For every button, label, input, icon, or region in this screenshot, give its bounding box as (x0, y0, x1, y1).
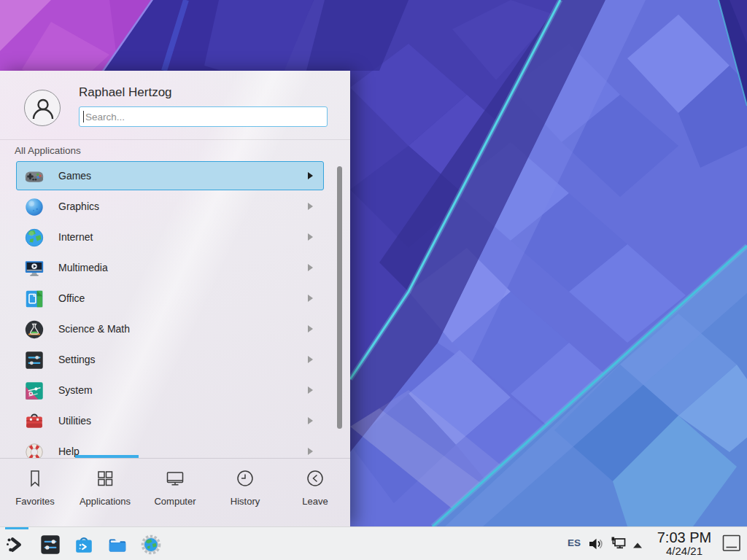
file-manager-button[interactable] (104, 532, 131, 558)
konqueror-globe-icon (140, 534, 162, 556)
category-row-games[interactable]: Games (16, 161, 324, 190)
text-cursor (83, 111, 84, 122)
category-label: Internet (58, 231, 93, 243)
taskbar-panel: ES 7:03 PM 4/24/21 (0, 526, 747, 560)
settings-icon (23, 349, 45, 371)
clock-time: 7:03 PM (651, 529, 717, 545)
submenu-arrow-icon (308, 448, 313, 455)
launcher-header: Raphael Hertzog (0, 71, 350, 140)
science-icon (23, 319, 45, 341)
category-label: Graphics (58, 201, 99, 212)
clock-date: 4/24/21 (651, 545, 717, 557)
list-scrollbar[interactable] (337, 166, 342, 429)
category-label: Settings (58, 354, 96, 365)
category-row-help[interactable]: Help (16, 437, 324, 458)
search-input[interactable] (79, 106, 328, 127)
category-row-science-math[interactable]: Science & Math (16, 314, 324, 343)
submenu-arrow-icon (308, 295, 313, 302)
application-launcher-menu: Raphael Hertzog All Applications (0, 71, 350, 526)
history-icon (235, 468, 255, 489)
tab-label: Leave (280, 496, 350, 507)
applications-icon (95, 468, 115, 489)
category-row-graphics[interactable]: Graphics (16, 192, 324, 221)
volume-icon[interactable] (588, 537, 604, 554)
category-row-settings[interactable]: Settings (16, 345, 324, 374)
category-row-utilities[interactable]: Utilities (16, 406, 324, 435)
help-icon (23, 441, 45, 458)
category-row-internet[interactable]: Internet (16, 222, 324, 252)
show-desktop-icon (722, 534, 741, 553)
tab-label: Applications (70, 496, 140, 507)
search-field-wrap (79, 106, 328, 127)
computer-icon (165, 468, 185, 489)
discover-button[interactable] (70, 532, 98, 558)
multimedia-icon (23, 257, 45, 279)
keyboard-layout-indicator[interactable]: ES (568, 537, 581, 548)
launcher-tabbar: Favorites Applications Computer (0, 459, 350, 526)
system-icon (23, 380, 45, 402)
utilities-icon (23, 411, 45, 432)
desktop: Raphael Hertzog All Applications (0, 0, 747, 560)
internet-icon (23, 227, 45, 249)
dolphin-folder-icon (107, 534, 128, 556)
kde-launcher-icon (4, 534, 26, 556)
tab-favorites[interactable]: Favorites (0, 459, 70, 526)
tab-applications[interactable]: Applications (70, 459, 140, 526)
favorites-icon (25, 468, 45, 489)
submenu-arrow-icon (308, 325, 313, 332)
category-row-system[interactable]: System (16, 376, 324, 405)
graphics-icon (23, 196, 45, 218)
category-row-multimedia[interactable]: Multimedia (16, 253, 324, 282)
active-task-indicator (5, 527, 28, 529)
expand-tray-icon[interactable] (632, 540, 643, 553)
show-desktop-button[interactable] (722, 534, 741, 553)
tab-computer[interactable]: Computer (140, 459, 210, 526)
section-label: All Applications (15, 145, 81, 156)
digital-clock[interactable]: 7:03 PM 4/24/21 (651, 529, 717, 557)
tab-history[interactable]: History (210, 459, 280, 526)
user-avatar[interactable] (24, 90, 61, 126)
submenu-arrow-icon (308, 264, 313, 271)
discover-icon (73, 534, 95, 556)
category-label: Multimedia (58, 262, 108, 273)
tab-label: History (210, 496, 280, 507)
user-name: Raphael Hertzog (79, 85, 172, 100)
tab-leave[interactable]: Leave (280, 459, 350, 526)
category-label: Office (58, 292, 85, 304)
user-icon (30, 96, 56, 122)
submenu-arrow-icon (308, 386, 313, 394)
system-settings-icon (39, 534, 61, 556)
category-label: Games (58, 170, 91, 182)
network-icon[interactable] (610, 536, 627, 555)
tab-label: Favorites (0, 496, 70, 507)
category-list: Games Graphics (0, 161, 350, 458)
system-settings-button[interactable] (36, 532, 64, 558)
tab-label: Computer (140, 496, 210, 507)
office-icon (23, 288, 45, 310)
category-row-office[interactable]: Office (16, 284, 324, 313)
submenu-arrow-icon (308, 203, 313, 210)
web-browser-button[interactable] (137, 532, 165, 558)
games-icon (23, 166, 45, 187)
submenu-arrow-icon (308, 356, 313, 363)
submenu-arrow-icon (308, 172, 313, 179)
category-label: Science & Math (58, 323, 130, 335)
category-label: System (58, 384, 93, 396)
category-label: Utilities (58, 415, 91, 427)
application-launcher-button[interactable] (1, 532, 29, 558)
submenu-arrow-icon (308, 417, 313, 424)
leave-icon (305, 468, 325, 489)
submenu-arrow-icon (308, 233, 313, 241)
